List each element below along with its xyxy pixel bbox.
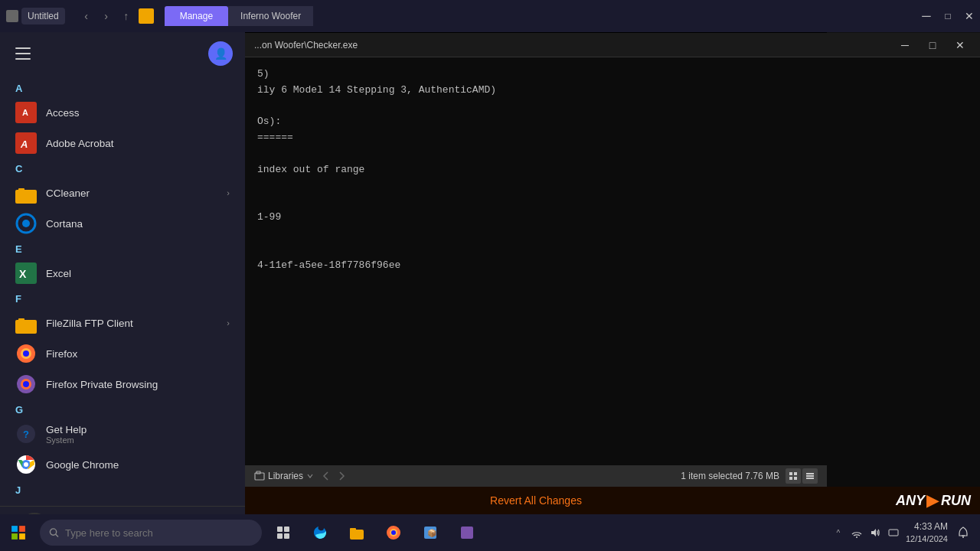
svg-rect-10 (15, 320, 37, 334)
terminal-title: ...on Woofer\Checker.exe (254, 40, 888, 51)
task-view-button[interactable] (268, 517, 299, 548)
svg-rect-50 (277, 527, 283, 532)
terminal-close[interactable]: ✕ (949, 34, 971, 56)
app-access[interactable]: A Access (0, 97, 245, 128)
package1-icon: 📦 (422, 524, 439, 541)
app-excel[interactable]: X Excel (0, 258, 245, 289)
terminal-line-6 (257, 146, 968, 162)
nav-next-icon (335, 470, 348, 482)
nav-prev-icon (320, 470, 332, 482)
file-explorer-bar: Libraries 1 item selected 7.76 MB (245, 465, 827, 487)
svg-marker-63 (871, 529, 876, 536)
app-cortana-label: Cortana (46, 218, 83, 230)
revert-label[interactable]: Revert All Changes (490, 494, 582, 507)
nav-up[interactable]: ↑ (117, 7, 136, 25)
filezilla-arrow: › (227, 318, 230, 328)
nav-forward[interactable]: › (97, 7, 116, 25)
svg-text:📦: 📦 (427, 528, 437, 538)
package1-button[interactable]: 📦 (415, 517, 446, 548)
app-cortana[interactable]: Cortana (0, 208, 245, 239)
svg-text:?: ? (23, 429, 29, 440)
nav-back[interactable]: ‹ (77, 7, 96, 25)
svg-point-17 (23, 381, 29, 387)
hamburger-line3 (15, 58, 31, 60)
terminal-body[interactable]: 5) ily 6 Model 14 Stepping 3, AuthenticA… (245, 57, 980, 514)
app-java[interactable]: Java › (0, 499, 245, 506)
windows-icon (11, 525, 26, 540)
systray-expand[interactable]: ^ (831, 525, 846, 540)
tab-inferno[interactable]: Inferno Woofer (228, 6, 313, 26)
cortana-icon (15, 213, 37, 234)
file-explorer-button[interactable] (341, 517, 372, 548)
search-input[interactable] (65, 527, 253, 539)
anyrun-logo: ANY ▶ RUN (827, 491, 980, 510)
anyrun-logo-text: ANY (896, 493, 925, 509)
app-firefox-private[interactable]: Firefox Private Browsing (0, 369, 245, 399)
time-value: 4:33 AM (906, 520, 948, 533)
app-get-help[interactable]: ? Get Help System (0, 419, 245, 449)
libraries-label: Libraries (268, 471, 303, 481)
taskbar: 📦 ^ 4:33 AM (0, 514, 980, 551)
hamburger-button[interactable] (12, 41, 37, 66)
date-value: 12/14/2024 (906, 533, 948, 545)
terminal-line-7: index out of range (257, 162, 968, 178)
time-display[interactable]: 4:33 AM 12/14/2024 (906, 520, 948, 545)
firefox-icon (15, 343, 37, 364)
app-firefox-label: Firefox (46, 348, 77, 360)
maximize-button[interactable]: □ (937, 5, 959, 27)
svg-point-68 (962, 536, 964, 538)
app-access-label: Access (46, 107, 80, 119)
hamburger-line1 (15, 47, 31, 49)
section-A: A (0, 78, 245, 97)
terminal-maximize[interactable]: □ (922, 34, 943, 56)
terminal-window: ...on Woofer\Checker.exe ─ □ ✕ 5) ily 6 … (245, 33, 980, 514)
app-adobe-acrobat[interactable]: A Adobe Acrobat (0, 128, 245, 158)
package2-button[interactable] (452, 517, 482, 548)
window-titlebar: Untitled ‹ › ↑ Manage Inferno Woofer ─ □… (0, 0, 980, 32)
svg-point-58 (391, 530, 396, 535)
close-button[interactable]: ✕ (959, 5, 980, 27)
app-get-help-label: Get Help (46, 424, 87, 435)
network-icon[interactable] (849, 525, 864, 540)
section-J: J (0, 480, 245, 499)
terminal-line-2: ily 6 Model 14 Stepping 3, AuthenticAMD) (257, 83, 968, 99)
svg-rect-38 (794, 472, 797, 475)
section-C: C (0, 158, 245, 178)
app-get-help-sub: System (46, 435, 87, 445)
svg-rect-41 (806, 473, 814, 474)
search-bar[interactable] (40, 520, 262, 546)
svg-rect-5 (18, 188, 24, 191)
keyboard-icon[interactable] (886, 525, 901, 540)
view-list-btn[interactable] (802, 468, 818, 484)
ccleaner-arrow: › (227, 188, 230, 197)
tab-manage[interactable]: Manage (165, 6, 228, 26)
terminal-line-13: 4-11ef-a5ee-18f7786f96ee (257, 258, 968, 274)
terminal-line-5: ====== (257, 130, 968, 146)
svg-point-62 (856, 536, 858, 538)
minimize-button[interactable]: ─ (916, 5, 937, 27)
app-google-chrome[interactable]: Google Chrome (0, 449, 245, 480)
terminal-line-12 (257, 242, 968, 258)
folder-icon (139, 8, 154, 24)
svg-text:A: A (20, 139, 28, 150)
svg-rect-46 (11, 533, 18, 540)
svg-rect-39 (789, 477, 792, 480)
libraries-chevron (306, 472, 314, 480)
firefox-taskbar-button[interactable] (378, 517, 409, 548)
terminal-minimize[interactable]: ─ (894, 34, 916, 56)
view-grid-btn[interactable] (786, 468, 801, 484)
anyrun-play-icon: ▶ (926, 491, 939, 510)
user-avatar[interactable]: 👤 (208, 41, 233, 66)
start-button[interactable] (0, 514, 37, 551)
app-filezilla[interactable]: FileZilla FTP Client › (0, 308, 245, 338)
libraries-dropdown[interactable]: Libraries (254, 471, 314, 481)
notification-button[interactable] (952, 522, 974, 543)
app-ccleaner[interactable]: CCleaner › (0, 178, 245, 208)
sound-icon[interactable] (867, 525, 883, 540)
file-status-text: 1 item selected 7.76 MB (681, 471, 779, 481)
svg-rect-40 (794, 477, 797, 480)
edge-button[interactable] (305, 517, 335, 548)
app-firefox[interactable]: Firefox (0, 338, 245, 369)
window-tab-untitled[interactable]: Untitled (21, 8, 65, 24)
window-icon (6, 10, 18, 22)
